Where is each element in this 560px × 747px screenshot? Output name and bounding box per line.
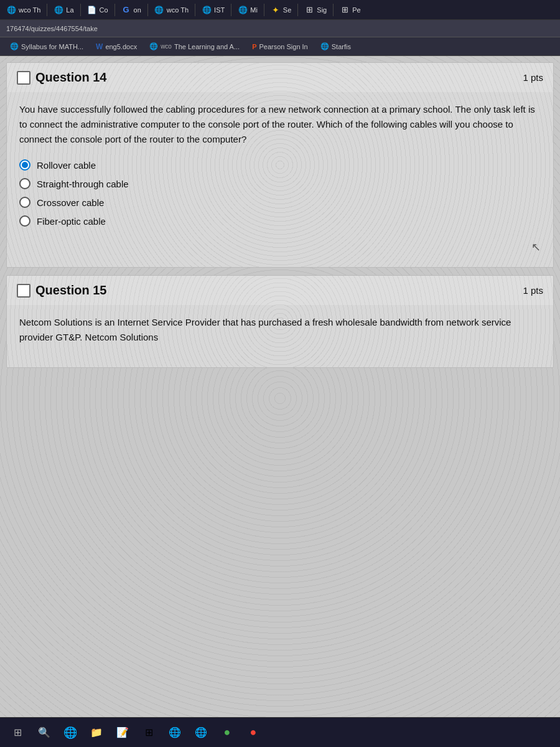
taskbar-app-extra[interactable]: 🌐 xyxy=(189,721,213,745)
wco2-icon: 🌐 xyxy=(154,5,164,15)
taskbar-item-wco-th[interactable]: 🌐 wco Th xyxy=(2,4,44,16)
taskbar-item-mi[interactable]: 🌐 Mi xyxy=(234,4,261,16)
taskbar-item-google[interactable]: G on xyxy=(118,4,145,16)
answer-rollover[interactable]: Rollover cable xyxy=(19,159,541,171)
la-icon: 🌐 xyxy=(54,5,63,15)
question-14-flag[interactable] xyxy=(17,71,30,85)
taskbar-file-explorer[interactable]: 📁 xyxy=(85,721,108,745)
question-14-title: Question 14 xyxy=(35,70,106,85)
taskbar-notepad[interactable]: 📝 xyxy=(111,721,134,745)
wco-icon: 🌐 xyxy=(6,5,16,15)
pe-icon: ⊞ xyxy=(340,5,350,15)
question-15-pts: 1 pts xyxy=(523,285,543,296)
bookmark-learning-prefix: wco xyxy=(161,43,172,50)
learning-icon: 🌐 xyxy=(149,42,158,50)
answer-straight-label: Straight-through cable xyxy=(37,179,129,189)
windows-icon: ⊞ xyxy=(14,726,22,738)
taskbar-item-ist[interactable]: 🌐 IST xyxy=(198,4,228,16)
question-15-flag[interactable] xyxy=(17,284,30,298)
divider-3 xyxy=(114,4,115,16)
bottom-taskbar: ⊞ 🔍 🌐 📁 📝 ⊞ 🌐 🌐 ● ● xyxy=(0,717,560,747)
ist-icon: 🌐 xyxy=(202,5,212,15)
bookmark-starfish[interactable]: 🌐 Starfis xyxy=(315,41,356,52)
divider-5 xyxy=(195,4,195,16)
question-15-body: Netcom Solutions is an Internet Service … xyxy=(7,305,553,367)
question-15-title: Question 15 xyxy=(35,283,106,298)
browser-chrome: 176474/quizzes/4467554/take 🌐 Syllabus f… xyxy=(0,20,560,56)
app-grid-icon: ⊞ xyxy=(145,726,153,738)
se-icon: ✦ xyxy=(271,5,281,15)
address-text: 176474/quizzes/4467554/take xyxy=(6,25,98,32)
answer-fiber[interactable]: Fiber-optic cable xyxy=(19,215,541,227)
bookmark-eng5-label: eng5.docx xyxy=(105,43,137,50)
taskbar-item-wco-th2[interactable]: 🌐 wco Th xyxy=(151,4,192,16)
taskbar-item-co[interactable]: 📄 Co xyxy=(83,4,112,16)
radio-straight[interactable] xyxy=(19,178,30,189)
radio-fiber[interactable] xyxy=(19,215,30,227)
question-14-text: You have successfully followed the cabli… xyxy=(19,102,541,147)
co-icon: 📄 xyxy=(87,5,97,15)
green-icon: ● xyxy=(224,726,231,739)
bookmark-syllabus-label: Syllabus for MATH... xyxy=(21,43,83,50)
radio-rollover[interactable] xyxy=(19,159,30,171)
divider-7 xyxy=(264,4,264,16)
pearson-icon: P xyxy=(252,43,256,50)
bookmark-starfish-label: Starfis xyxy=(332,43,351,50)
answer-fiber-label: Fiber-optic cable xyxy=(37,216,106,227)
answer-rollover-label: Rollover cable xyxy=(37,160,96,171)
taskbar-app-red[interactable]: ● xyxy=(241,721,265,745)
divider-1 xyxy=(47,4,47,16)
bookmark-learning[interactable]: 🌐 wco The Learning and A... xyxy=(144,41,245,52)
radio-rollover-fill xyxy=(22,162,28,168)
sig-icon: ⊞ xyxy=(304,5,314,15)
bookmark-syllabus[interactable]: 🌐 Syllabus for MATH... xyxy=(5,41,88,52)
bookmarks-bar: 🌐 Syllabus for MATH... W eng5.docx 🌐 wco… xyxy=(0,37,560,56)
answer-crossover-label: Crossover cable xyxy=(37,197,104,208)
divider-2 xyxy=(80,4,81,16)
taskbar-item-pe[interactable]: ⊞ Pe xyxy=(336,4,364,16)
question-15-header: Question 15 1 pts xyxy=(7,276,553,305)
answer-straight[interactable]: Straight-through cable xyxy=(19,178,541,189)
bookmark-pearson[interactable]: P Pearson Sign In xyxy=(247,42,313,52)
browser-icon: 🌐 xyxy=(169,726,181,738)
notepad-icon: 📝 xyxy=(116,726,129,738)
syllabus-icon: 🌐 xyxy=(10,42,19,50)
starfish-icon: 🌐 xyxy=(320,42,329,50)
divider-4 xyxy=(147,4,148,16)
top-taskbar: 🌐 wco Th 🌐 La 📄 Co G on 🌐 wco Th 🌐 IST 🌐… xyxy=(0,0,560,20)
taskbar-item-sig[interactable]: ⊞ Sig xyxy=(301,4,330,16)
mi-icon: 🌐 xyxy=(238,5,248,15)
taskbar-edge[interactable]: 🌐 xyxy=(58,721,82,745)
taskbar-search[interactable]: 🔍 xyxy=(32,721,56,745)
address-bar[interactable]: 176474/quizzes/4467554/take xyxy=(0,20,560,37)
start-button[interactable]: ⊞ xyxy=(5,720,30,745)
taskbar-item-la[interactable]: 🌐 La xyxy=(50,4,77,16)
taskbar-item-se[interactable]: ✦ Se xyxy=(267,4,295,16)
search-icon: 🔍 xyxy=(38,726,50,738)
question-14-body: You have successfully followed the cabli… xyxy=(7,92,553,267)
bookmark-eng5[interactable]: W eng5.docx xyxy=(91,41,142,52)
question-14-header: Question 14 1 pts xyxy=(7,63,553,92)
bookmark-learning-label: The Learning and A... xyxy=(174,43,240,50)
cursor-icon: ↖ xyxy=(531,241,541,253)
folder-icon: 📁 xyxy=(90,726,103,738)
taskbar-app-green[interactable]: ● xyxy=(215,721,239,745)
edge-icon: 🌐 xyxy=(63,726,77,740)
extra-icon: 🌐 xyxy=(195,726,207,738)
divider-9 xyxy=(333,4,334,16)
content-area: Question 14 1 pts You have successfully … xyxy=(0,56,560,741)
red-icon: ● xyxy=(250,726,257,739)
taskbar-app-browser[interactable]: 🌐 xyxy=(163,721,187,745)
question-15-card: Question 15 1 pts Netcom Solutions is an… xyxy=(6,275,554,368)
bookmark-pearson-label: Pearson Sign In xyxy=(259,43,307,50)
question-14-card: Question 14 1 pts You have successfully … xyxy=(6,62,554,268)
answer-crossover[interactable]: Crossover cable xyxy=(19,197,541,208)
google-icon: G xyxy=(121,5,131,15)
radio-crossover[interactable] xyxy=(19,197,30,208)
eng5-icon: W xyxy=(96,42,103,51)
taskbar-app-grid[interactable]: ⊞ xyxy=(137,721,161,745)
divider-8 xyxy=(297,4,298,16)
question-15-text: Netcom Solutions is an Internet Service … xyxy=(19,315,541,345)
divider-6 xyxy=(231,4,231,16)
question-14-pts: 1 pts xyxy=(523,72,543,83)
